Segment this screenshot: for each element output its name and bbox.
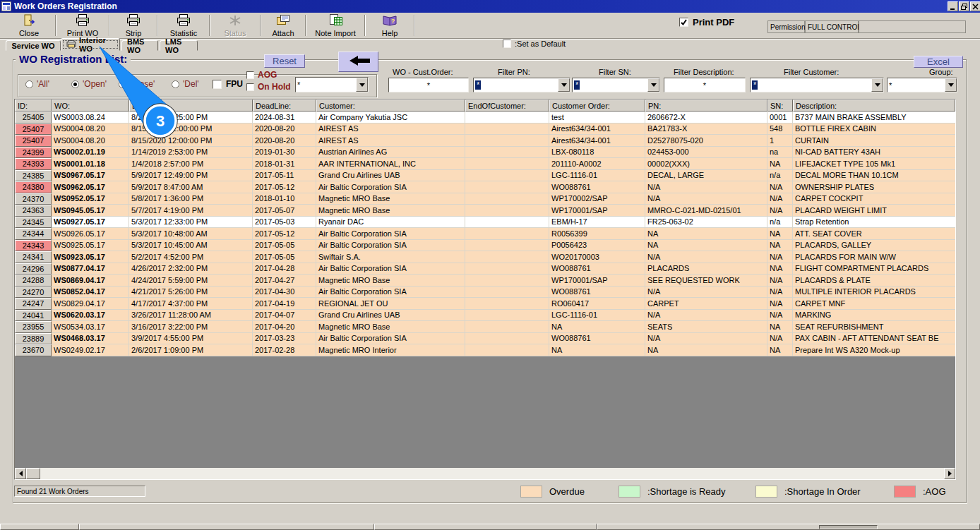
group-dropdown-button[interactable] [945, 78, 957, 92]
table-row[interactable]: 23670WS0249.02.172/6/2017 1:09:00 PM2017… [15, 344, 955, 356]
filter-pn-value: * [474, 78, 558, 92]
column-header-customerorder[interactable]: Customer Order: [549, 100, 645, 112]
column-header-sn[interactable]: SN: [767, 100, 793, 112]
column-header-customer[interactable]: Customer: [316, 100, 465, 112]
table-row[interactable]: 23889WS0468.03.173/9/2017 4:55:00 PM2017… [15, 333, 955, 345]
table-row[interactable]: 24288WS0869.04.174/24/2017 5:59:00 PM201… [15, 275, 955, 287]
column-header-endofcustomer[interactable]: EndOfCustomer: [465, 100, 549, 112]
filter-pn-combobox[interactable]: * [473, 78, 570, 92]
quick-filter-dropdown-button[interactable] [356, 78, 368, 92]
chevron-down-icon [561, 83, 567, 87]
on-hold-checkbox[interactable] [246, 83, 254, 91]
tab-service-wo[interactable]: Service WO [6, 40, 61, 51]
cell-pn: 00002(XXX) [645, 158, 767, 170]
table-row[interactable]: 25407WS0004.08.208/15/2020 12:00:00 PM20… [15, 124, 955, 135]
back-button[interactable] [338, 52, 378, 72]
tab-lms-wo[interactable]: LMS WO [160, 40, 198, 51]
toolbar-separator [55, 15, 56, 36]
cell-end-customer [465, 170, 549, 182]
quick-filter-combobox[interactable]: * [295, 77, 369, 92]
help-button[interactable]: ?Help [367, 13, 412, 38]
filter-sn-combobox[interactable]: * [572, 78, 660, 92]
minimize-button[interactable] [948, 1, 958, 11]
cell-sn: N/A [767, 193, 793, 205]
strip-button[interactable]: Strip [112, 13, 155, 38]
set-as-default-checkbox[interactable] [503, 40, 511, 48]
cell-desc: CARPET MNF [793, 298, 955, 310]
table-row[interactable]: 24385WS0967.05.175/9/2017 12:49:00 PM201… [15, 170, 955, 182]
table-row[interactable]: 24344WS0926.05.175/3/2017 10:48:00 AM201… [15, 228, 955, 240]
table-row[interactable]: 24296WS0877.04.174/26/2017 2:32:00 PM201… [15, 263, 955, 275]
note-import-button[interactable]: Note Import [308, 13, 363, 38]
column-header-date[interactable]: Date: [129, 100, 253, 112]
horizontal-scrollbar[interactable] [15, 468, 955, 479]
scroll-left-button[interactable] [15, 468, 26, 479]
column-header-id[interactable]: ID: [15, 100, 52, 112]
scrollbar-track[interactable] [40, 468, 944, 479]
column-header-description[interactable]: Description: [793, 100, 955, 112]
radio-open[interactable]: 'Open' [71, 79, 107, 89]
cell-order: NA [549, 321, 645, 333]
table-row[interactable]: 24041WS0620.03.173/26/2017 11:28:00 AM20… [15, 310, 955, 322]
chevron-down-icon [948, 83, 954, 87]
filter-description-input[interactable]: * [664, 78, 746, 92]
cell-deadline: 2017-04-27 [253, 275, 316, 287]
tab-bms-wo[interactable]: BMS WO [121, 40, 158, 51]
close-button[interactable]: Close [4, 13, 54, 38]
wo---cust-order-input[interactable]: * [388, 78, 469, 92]
cell-customer: Air Baltic Corporation SIA [316, 228, 465, 240]
table-row[interactable]: 24341WS0923.05.175/2/2017 4:52:00 PM2017… [15, 251, 955, 263]
cell-end-customer [465, 193, 549, 205]
table-row[interactable]: 24370WS0952.05.175/8/2017 1:36:00 PM2018… [15, 193, 955, 205]
table-row[interactable]: 24270WS0852.04.174/21/2017 5:26:00 PM201… [15, 287, 955, 299]
print-wo-button[interactable]: Print WO [58, 13, 107, 38]
tab-interior-wo[interactable]: Interior WO [61, 38, 120, 51]
print-pdf-checkbox[interactable] [679, 18, 688, 27]
table-row[interactable]: 24343WS0925.05.175/3/2017 10:45:00 AM201… [15, 240, 955, 252]
table-row[interactable]: 24399WS0002.01.191/14/2019 2:53:00 PM201… [15, 147, 955, 159]
table-row[interactable]: 24247WS0829.04.174/17/2017 4:37:00 PM201… [15, 298, 955, 310]
column-header-wo[interactable]: WO: [52, 100, 129, 112]
cell-customer: Austrian Airlines AG [316, 147, 465, 159]
radio-del[interactable]: 'Del' [172, 79, 199, 89]
table-row[interactable]: 24363WS0945.05.175/7/2017 4:19:00 PM2017… [15, 205, 955, 217]
reset-button[interactable]: Reset [264, 54, 305, 68]
cell-date: 3/9/2017 4:55:00 PM [129, 333, 253, 345]
close-window-button[interactable] [970, 1, 980, 11]
cell-wo: WS0967.05.17 [52, 170, 129, 182]
table-row[interactable]: 25407WS0004.08.208/15/2020 12:00:00 PM20… [15, 135, 955, 147]
fpu-checkbox[interactable] [213, 80, 222, 89]
table-row[interactable]: 24393WS0001.01.181/4/2018 2:57:00 PM2018… [15, 158, 955, 170]
toolbar-separator [414, 15, 415, 36]
filter-customer-dropdown-button[interactable] [871, 78, 883, 92]
cell-date: 3/26/2017 11:28:00 AM [129, 310, 253, 322]
filter-pn-dropdown-button[interactable] [558, 78, 570, 92]
group-combobox[interactable]: * [887, 78, 957, 92]
radio-all[interactable]: 'All' [25, 79, 49, 89]
table-row[interactable]: 24345WS0927.05.175/3/2017 12:33:00 PM201… [15, 217, 955, 229]
excel-button[interactable]: Excel [914, 56, 963, 68]
statistic-button[interactable]: Statistic [160, 13, 208, 38]
app-icon [1, 1, 11, 11]
scrollbar-thumb[interactable] [26, 468, 40, 479]
cell-desc: CURTAIN [793, 135, 955, 147]
cell-sn: N/A [767, 205, 793, 217]
column-header-pn[interactable]: PN: [645, 100, 767, 112]
attach-button[interactable]: Attach [263, 13, 304, 38]
filter-sn-dropdown-button[interactable] [647, 78, 659, 92]
cell-deadline: 2020-08-20 [253, 135, 316, 147]
cell-wo: WS0962.05.17 [52, 181, 129, 193]
filter-customer-combobox[interactable]: * [750, 78, 884, 92]
table-row[interactable]: 24380WS0962.05.175/9/2017 8:47:00 AM2017… [15, 181, 955, 193]
scroll-right-button[interactable] [944, 468, 955, 479]
cell-id: 25407 [15, 124, 52, 135]
cell-end-customer [465, 147, 549, 159]
group-label: Group: [929, 68, 953, 76]
cell-customer: AAR INTERNATIONAL, INC [316, 158, 465, 170]
table-row[interactable]: 25405WS0003.08.248/26/2024 1:25:00 PM202… [15, 112, 955, 124]
table-row[interactable]: 23955WS0534.03.173/16/2017 3:22:00 PM201… [15, 321, 955, 333]
column-header-deadline[interactable]: DeadLine: [253, 100, 316, 112]
maximize-button[interactable] [959, 1, 969, 11]
radio-close[interactable]: 'Close' [119, 79, 155, 89]
aog-checkbox[interactable] [246, 71, 254, 79]
